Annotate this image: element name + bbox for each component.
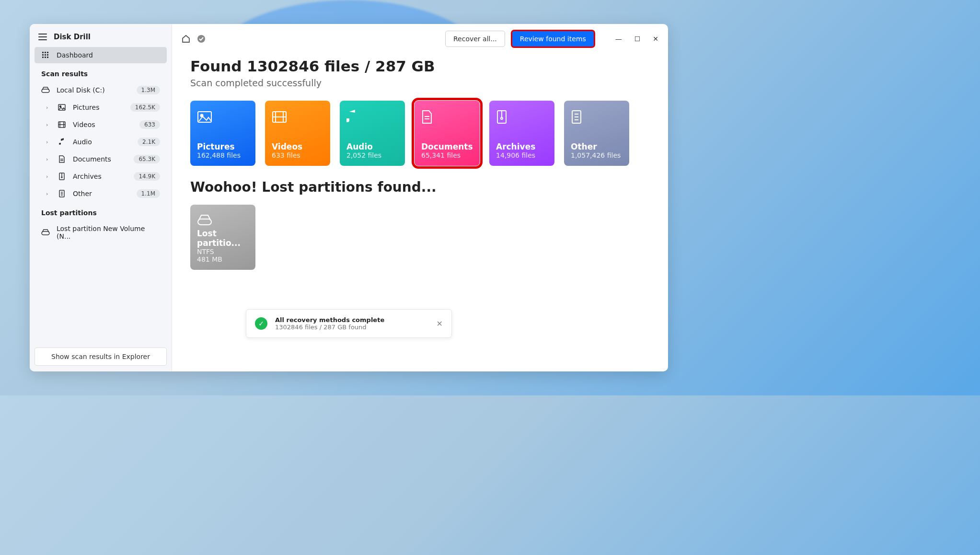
nav-label: Archives: [73, 173, 102, 180]
card-title: Other: [571, 142, 623, 151]
toast-sub: 1302846 files / 287 GB found: [275, 324, 429, 331]
svg-rect-42: [198, 219, 211, 225]
card-sub: 1,057,426 files: [571, 151, 623, 159]
nav-label: Videos: [73, 121, 95, 128]
card-sub: 633 files: [272, 151, 323, 159]
chevron-right-icon: ›: [46, 173, 51, 180]
nav-count: 633: [139, 120, 160, 129]
archive-icon: [496, 107, 548, 127]
music-icon: [58, 138, 66, 146]
close-icon[interactable]: ✕: [437, 319, 443, 328]
nav-count: 1.1M: [137, 189, 160, 198]
category-cards: Pictures 162,488 files Videos 633 files …: [190, 101, 650, 166]
menu-icon[interactable]: [38, 34, 47, 40]
page-subtitle: Scan completed successfully: [190, 78, 650, 88]
film-icon: [58, 121, 66, 128]
card-fs: NTFS: [197, 248, 249, 255]
nav-lost-partition[interactable]: Lost partition New Volume (N...: [35, 220, 167, 244]
app-title: Disk Drill: [54, 33, 91, 41]
nav-archives[interactable]: › Archives 14.9K: [35, 168, 167, 185]
nav-count: 1.3M: [137, 86, 160, 94]
card-sub: 162,488 files: [197, 151, 249, 159]
svg-rect-1: [45, 52, 46, 53]
card-title: Archives: [496, 142, 548, 151]
chevron-right-icon: ›: [46, 104, 51, 111]
svg-rect-2: [47, 52, 48, 53]
recover-all-button[interactable]: Recover all...: [445, 31, 505, 47]
app-window: Disk Drill Dashboard Scan results Local …: [30, 24, 668, 371]
svg-point-20: [61, 177, 62, 178]
card-other[interactable]: Other 1,057,426 files: [564, 101, 629, 166]
document-icon: [421, 107, 473, 127]
partitions-title: Woohoo! Lost partitions found...: [190, 179, 650, 195]
disk-icon: [41, 229, 50, 236]
nav-dashboard-label: Dashboard: [57, 51, 93, 59]
nav-label: Other: [73, 190, 92, 197]
card-audio[interactable]: Audio 2,052 files: [340, 101, 405, 166]
card-title: Pictures: [197, 142, 249, 151]
card-title: Audio: [346, 142, 398, 151]
card-title: Documents: [421, 142, 473, 151]
toast: ✓ All recovery methods complete 1302846 …: [246, 309, 452, 338]
check-badge-icon[interactable]: [197, 35, 206, 43]
card-title: Videos: [272, 142, 323, 151]
maximize-icon[interactable]: ☐: [634, 35, 641, 43]
chevron-right-icon: ›: [46, 191, 51, 197]
card-size: 481 MB: [197, 255, 249, 263]
card-archives[interactable]: Archives 14,906 files: [489, 101, 554, 166]
card-pictures[interactable]: Pictures 162,488 files: [190, 101, 255, 166]
nav-label: Local Disk (C:): [57, 86, 105, 94]
nav-pictures[interactable]: › Pictures 162.5K: [35, 99, 167, 116]
nav-local-disk[interactable]: Local Disk (C:) 1.3M: [35, 81, 167, 99]
music-icon: [346, 107, 398, 127]
svg-rect-25: [42, 231, 49, 235]
svg-point-37: [501, 117, 503, 119]
archive-icon: [58, 173, 66, 180]
image-icon: [58, 104, 66, 111]
main-panel: Recover all... Review found items — ☐ ✕ …: [172, 24, 668, 371]
nav-label: Pictures: [73, 104, 99, 111]
minimize-icon[interactable]: —: [615, 35, 622, 43]
nav-dashboard[interactable]: Dashboard: [35, 47, 167, 63]
card-sub: 14,906 files: [496, 151, 548, 159]
nav-label: Audio: [73, 138, 92, 146]
nav-other[interactable]: › Other 1.1M: [35, 185, 167, 202]
nav-videos[interactable]: › Videos 633: [35, 116, 167, 133]
disk-icon: [197, 211, 249, 229]
page-title: Found 1302846 files / 287 GB: [190, 58, 650, 75]
card-title: Lost partitio...: [197, 229, 249, 248]
nav-count: 65.3K: [134, 155, 160, 163]
card-sub: 2,052 files: [346, 151, 398, 159]
toast-title: All recovery methods complete: [275, 316, 429, 324]
check-icon: ✓: [255, 317, 267, 330]
nav-count: 162.5K: [130, 103, 160, 112]
disk-icon: [41, 87, 50, 93]
nav-count: 2.1K: [138, 138, 160, 146]
svg-rect-4: [45, 54, 46, 56]
svg-rect-5: [47, 54, 48, 56]
close-icon[interactable]: ✕: [653, 35, 658, 43]
grid-icon: [41, 51, 50, 59]
svg-rect-8: [47, 57, 48, 58]
card-videos[interactable]: Videos 633 files: [265, 101, 330, 166]
svg-rect-6: [42, 57, 44, 58]
nav-label: Documents: [73, 155, 111, 163]
section-scan-results: Scan results: [35, 63, 167, 81]
home-icon[interactable]: [182, 35, 190, 43]
chevron-right-icon: ›: [46, 156, 51, 162]
nav-audio[interactable]: › Audio 2.1K: [35, 133, 167, 150]
file-icon: [58, 190, 66, 197]
nav-count: 14.9K: [134, 172, 160, 181]
image-icon: [197, 107, 249, 127]
film-icon: [272, 107, 323, 127]
show-in-explorer-button[interactable]: Show scan results in Explorer: [35, 347, 167, 366]
nav-documents[interactable]: › Documents 65.3K: [35, 150, 167, 168]
section-lost-partitions: Lost partitions: [35, 202, 167, 220]
chevron-right-icon: ›: [46, 122, 51, 128]
svg-rect-3: [42, 54, 44, 56]
chevron-right-icon: ›: [46, 139, 51, 145]
review-found-items-button[interactable]: Review found items: [512, 31, 594, 47]
file-icon: [571, 107, 623, 127]
card-lost-partition[interactable]: Lost partitio... NTFS 481 MB: [190, 205, 255, 270]
card-documents[interactable]: Documents 65,341 files: [415, 101, 480, 166]
